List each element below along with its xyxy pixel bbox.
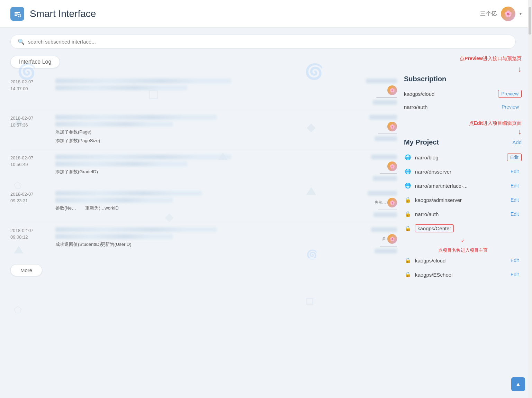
preview-button-1[interactable]: Preview: [498, 90, 522, 98]
project-name-1[interactable]: narro/blog: [415, 155, 439, 160]
edit-button-8[interactable]: Edit: [508, 271, 522, 278]
app-title: Smart Interface: [30, 8, 96, 19]
log-timestamp: 2018-02-07 10:57:36: [10, 115, 48, 128]
project-name-8[interactable]: kaogps/ESchool: [415, 272, 452, 278]
log-timestamp: 2018-02-07 10:56:49: [10, 155, 48, 168]
scrollbar-thumb[interactable]: [529, 7, 531, 35]
log-right-section: 🌸: [355, 78, 397, 105]
log-timestamp: 2018-02-07 14:37:00: [10, 78, 48, 92]
decor-sq-1: [306, 298, 313, 305]
project-click-hint: 点项目名称进入项目主页: [404, 247, 522, 253]
edit-button-5[interactable]: Edit: [508, 211, 522, 217]
log-user-avatar: 🌸: [387, 122, 397, 131]
log-dash: [380, 173, 397, 174]
project-name-2[interactable]: narro/dnsserver: [415, 169, 451, 175]
hint-text: 进入接口与预览页: [483, 56, 522, 61]
table-row: 2018-02-07 09:08:12 成功返回值(StudentID)更新为(…: [10, 222, 397, 259]
log-content: 参数(Ne… 重新为(…workID: [55, 191, 349, 212]
edit-button-3[interactable]: Edit: [508, 182, 522, 189]
blurred-content: [55, 234, 173, 239]
subscription-name-1: kaogps/cloud: [404, 91, 434, 97]
log-right-section: 失然… 🌸: [355, 191, 397, 217]
blurred-tag: [369, 115, 397, 120]
edit-button-2[interactable]: Edit: [508, 168, 522, 175]
interface-log-button[interactable]: Interface Log: [10, 56, 60, 68]
list-item: 🔒 kaogps/Center: [404, 221, 522, 236]
search-icon: 🔍: [18, 38, 25, 45]
project-item-left: 🌐 narro/smartinterface-...: [404, 182, 468, 189]
add-project-button[interactable]: Add: [512, 139, 522, 145]
project-item-left: 🌐 narro/dnsserver: [404, 168, 451, 175]
list-item: 🌐 narro/blog Edit: [404, 150, 522, 165]
lock-icon: 🔒: [404, 210, 412, 218]
search-box: 🔍: [10, 35, 516, 49]
log-dash: [376, 97, 397, 98]
table-row: 2018-02-07 10:56:49 添加了参数(GradeID) 🌸: [10, 150, 397, 186]
log-content: 添加了参数(GradeID): [55, 155, 349, 176]
lock-icon: 🔒: [404, 271, 412, 278]
log-timestamp: 2018-02-07 09:23:31: [10, 191, 48, 204]
project-name-7[interactable]: kaogps/cloud: [415, 258, 445, 263]
table-row: 2018-02-07 09:23:31 参数(Ne… 重新为(…workID 失…: [10, 186, 397, 222]
search-input[interactable]: [28, 39, 508, 45]
blurred-content: [55, 198, 173, 203]
blurred-tag: [371, 155, 397, 159]
blurred-tag-2: [373, 100, 397, 105]
blurred-content: [55, 115, 217, 120]
project-item-left: 🔒 narro/auth: [404, 210, 439, 218]
app-logo: [10, 7, 24, 21]
log-right-section: 多 🌸: [355, 227, 397, 253]
scroll-to-top-button[interactable]: ▲: [511, 377, 525, 391]
app-header: Smart Interface 三个亿 🌸 ▾: [0, 0, 532, 28]
log-text-1: 成功返回值(StudentID)更新为(UserID): [55, 241, 349, 248]
log-content: 成功返回值(StudentID)更新为(UserID): [55, 227, 349, 248]
edit-button-4[interactable]: Edit: [508, 196, 522, 203]
list-item: 🌐 narro/smartinterface-... Edit: [404, 179, 522, 193]
table-row: 2018-02-07 10:57:36 添加了参数(Page) 添加了参数(Pa…: [10, 110, 397, 150]
edit-button-1[interactable]: Edit: [507, 154, 522, 161]
project-name-3[interactable]: narro/smartinterface-...: [415, 183, 468, 189]
log-dash: [378, 133, 397, 134]
globe-icon: 🌐: [404, 154, 412, 161]
subscription-name-2: narro/auth: [404, 104, 427, 110]
list-item: 🔒 narro/auth Edit: [404, 207, 522, 221]
project-name-4[interactable]: kaogps/adminserver: [415, 197, 462, 203]
more-button[interactable]: More: [10, 264, 42, 276]
blurred-tag-2: [375, 249, 397, 253]
svg-point-2: [18, 14, 21, 17]
project-item-left: 🌐 narro/blog: [404, 154, 439, 161]
project-name-6[interactable]: kaogps/Center: [415, 224, 454, 232]
blurred-content: [55, 161, 187, 166]
list-item: kaogps/cloud Preview: [404, 87, 522, 101]
hint-highlight: Preview: [465, 56, 483, 61]
project-item-left: 🔒 kaogps/ESchool: [404, 271, 452, 278]
scrollbar[interactable]: [528, 0, 532, 398]
project-item-left: 🔒 kaogps/adminserver: [404, 196, 462, 204]
list-item: 🔒 kaogps/cloud Edit: [404, 253, 522, 268]
list-item: narro/auth Preview: [404, 101, 522, 113]
globe-icon: 🌐: [404, 168, 412, 175]
globe-icon: 🌐: [404, 182, 412, 189]
log-user-avatar: 🌸: [387, 85, 397, 95]
log-user-avatar: 🌸: [387, 234, 397, 244]
project-list: 🌐 narro/blog Edit 🌐 narro/dnsserver Edit…: [404, 150, 522, 282]
project-name-5[interactable]: narro/auth: [415, 211, 439, 217]
log-user-avatar: 🌸: [387, 198, 397, 207]
left-panel: 🌀 ⬠ ⬠ 🌀 🌀 Interface Log 2018-02-07 14:37…: [10, 56, 397, 282]
my-project-title: My Project: [404, 138, 439, 146]
log-user-text2: 多: [382, 236, 386, 241]
arrow-to-edit: ↓: [404, 127, 522, 136]
blurred-tag: [371, 227, 397, 232]
user-dropdown-arrow[interactable]: ▾: [520, 11, 522, 16]
blurred-content: [55, 78, 231, 83]
preview-button-2[interactable]: Preview: [499, 103, 522, 110]
subscription-list: kaogps/cloud Preview narro/auth Preview: [404, 87, 522, 113]
lock-icon: 🔒: [404, 196, 412, 204]
project-click-arrow: ↙: [404, 238, 522, 243]
user-avatar[interactable]: 🌸: [501, 7, 515, 21]
svg-rect-0: [15, 12, 20, 13]
header-right: 三个亿 🌸 ▾: [480, 7, 522, 21]
edit-button-7[interactable]: Edit: [508, 257, 522, 264]
blurred-tag-2: [373, 176, 397, 181]
log-content: [55, 78, 349, 92]
